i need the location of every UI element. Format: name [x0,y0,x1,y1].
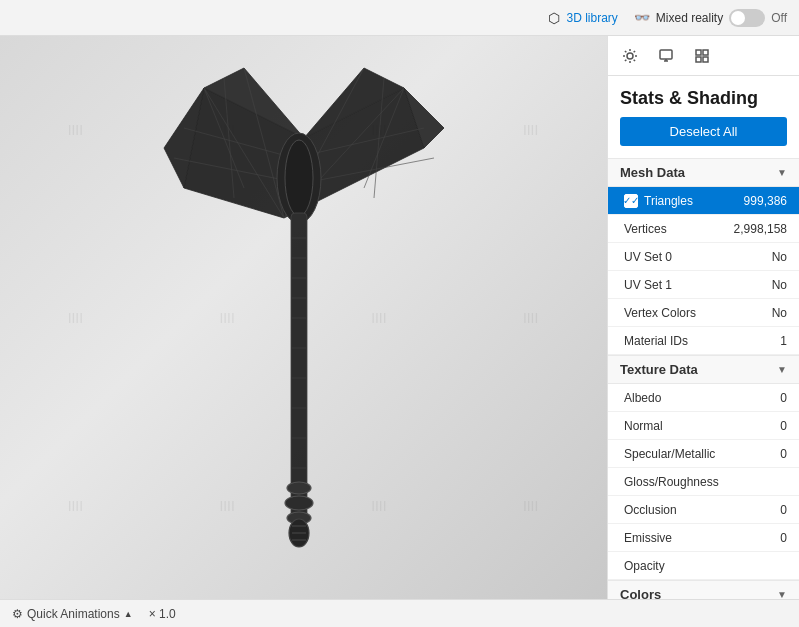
emissive-row: Emissive 0 [608,524,799,552]
mixed-reality-section: 👓 Mixed reality Off [634,9,787,27]
grid-icon-btn[interactable] [688,42,716,70]
main-area: |||| |||| |||| |||| |||| |||| |||| |||| … [0,36,799,599]
animation-icon: ⚙ [12,607,23,621]
svg-point-19 [285,140,313,216]
vertices-row-left: Vertices [624,222,667,236]
svg-point-32 [285,496,313,510]
uv-set-1-value: No [772,278,787,292]
svg-rect-52 [696,57,701,62]
occlusion-label: Occlusion [624,503,677,517]
quick-animations-item[interactable]: ⚙ Quick Animations ▲ [12,607,133,621]
svg-rect-50 [696,50,701,55]
specular-metallic-value: 0 [780,447,787,461]
svg-line-44 [634,59,635,60]
mesh-data-section-header[interactable]: Mesh Data ▼ [608,158,799,187]
monitor-icon-btn[interactable] [652,42,680,70]
library-label[interactable]: 3D library [566,11,617,25]
colors-label: Colors [620,587,661,599]
uv-set-0-row-left: UV Set 0 [624,250,672,264]
svg-rect-53 [703,57,708,62]
off-label: Off [771,11,787,25]
svg-rect-47 [660,50,672,59]
uv-set-0-row: UV Set 0 No [608,243,799,271]
zoom-value: × 1.0 [149,607,176,621]
zoom-item[interactable]: × 1.0 [149,607,176,621]
quick-animations-chevron: ▲ [124,609,133,619]
svg-point-31 [287,482,311,494]
svg-point-38 [627,53,633,59]
colors-chevron: ▼ [777,589,787,599]
texture-data-section-header[interactable]: Texture Data ▼ [608,355,799,384]
triangles-label: Triangles [644,194,693,208]
albedo-label: Albedo [624,391,661,405]
colors-section-header[interactable]: Colors ▼ [608,580,799,599]
vertices-row: Vertices 2,998,158 [608,215,799,243]
vertex-colors-row: Vertex Colors No [608,299,799,327]
specular-metallic-label: Specular/Metallic [624,447,715,461]
vertices-label: Vertices [624,222,667,236]
normal-row: Normal 0 [608,412,799,440]
vertices-value: 2,998,158 [734,222,787,236]
mesh-data-label: Mesh Data [620,165,685,180]
material-ids-label: Material IDs [624,334,688,348]
uv-set-1-row-left: UV Set 1 [624,278,672,292]
gloss-roughness-row: Gloss/Roughness [608,468,799,496]
gloss-roughness-label: Gloss/Roughness [624,475,719,489]
cube-icon: ⬡ [548,10,560,26]
texture-data-label: Texture Data [620,362,698,377]
axe-model-svg [144,58,464,578]
opacity-row: Opacity [608,552,799,580]
texture-data-chevron: ▼ [777,364,787,375]
right-panel: Stats & Shading Deselect All Mesh Data ▼… [607,36,799,599]
specular-metallic-row: Specular/Metallic 0 [608,440,799,468]
albedo-row: Albedo 0 [608,384,799,412]
toggle-thumb [731,11,745,25]
bottom-bar: ⚙ Quick Animations ▲ × 1.0 [0,599,799,627]
triangles-value: 999,386 [744,194,787,208]
triangles-checkbox[interactable]: ✓ [624,194,638,208]
panel-toolbar [608,36,799,76]
material-ids-row-left: Material IDs [624,334,688,348]
mixed-reality-toggle[interactable] [729,9,765,27]
uv-set-1-label: UV Set 1 [624,278,672,292]
sun-icon-btn[interactable] [616,42,644,70]
occlusion-row: Occlusion 0 [608,496,799,524]
vertex-colors-row-left: Vertex Colors [624,306,696,320]
normal-value: 0 [780,419,787,433]
vr-icon: 👓 [634,10,650,25]
panel-title: Stats & Shading [608,76,799,117]
occlusion-value: 0 [780,503,787,517]
material-ids-row: Material IDs 1 [608,327,799,355]
quick-animations-label: Quick Animations [27,607,120,621]
triangles-row-left: ✓ Triangles [624,194,693,208]
opacity-label: Opacity [624,559,665,573]
emissive-value: 0 [780,531,787,545]
svg-line-43 [625,50,626,51]
uv-set-0-label: UV Set 0 [624,250,672,264]
material-ids-value: 1 [780,334,787,348]
svg-line-45 [634,50,635,51]
svg-rect-51 [703,50,708,55]
uv-set-0-value: No [772,250,787,264]
vertex-colors-value: No [772,306,787,320]
mesh-data-chevron: ▼ [777,167,787,178]
axe-model-container [0,36,607,599]
deselect-all-button[interactable]: Deselect All [620,117,787,146]
panel-content: Stats & Shading Deselect All Mesh Data ▼… [608,76,799,599]
vertex-colors-label: Vertex Colors [624,306,696,320]
top-bar: ⬡ 3D library 👓 Mixed reality Off [0,0,799,36]
viewport[interactable]: |||| |||| |||| |||| |||| |||| |||| |||| … [0,36,607,599]
svg-line-46 [625,59,626,60]
library-section: ⬡ 3D library [548,10,617,26]
albedo-value: 0 [780,391,787,405]
triangles-row[interactable]: ✓ Triangles 999,386 [608,187,799,215]
emissive-label: Emissive [624,531,672,545]
normal-label: Normal [624,419,663,433]
svg-rect-20 [291,213,307,523]
mixed-reality-label: Mixed reality [656,11,723,25]
uv-set-1-row: UV Set 1 No [608,271,799,299]
